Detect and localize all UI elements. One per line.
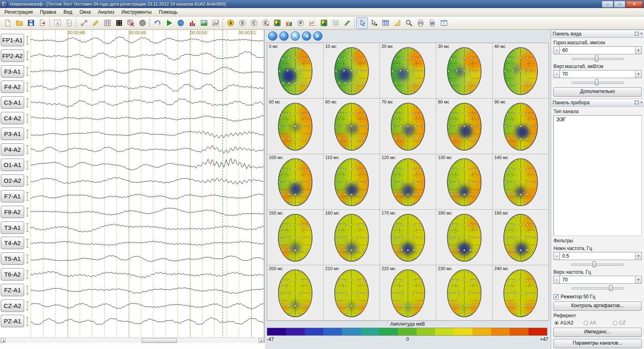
h-scale-value[interactable]: 60 [560,46,635,54]
map-cell-190мс[interactable]: 190 мс [493,210,549,265]
network-button[interactable] [175,17,186,29]
map-cell-210мс[interactable]: 210 мс [324,265,380,320]
close-button[interactable]: × [626,1,643,8]
channel-label-FZ-A1[interactable]: FZ-A1 [1,284,24,296]
marker-c-button[interactable]: C [248,17,260,29]
map-cell-240мс[interactable]: 240 мс [493,265,549,320]
topo-map-button[interactable] [318,17,330,29]
close-panel-icon[interactable]: × [640,100,643,105]
low-freq-value[interactable]: 0.5 [560,252,635,260]
open-file-button[interactable] [13,17,25,29]
font-button[interactable]: A [52,17,63,29]
channel-label-F4-A2[interactable]: F4-A2 [1,81,24,93]
channel-type-item[interactable]: ЭЭГ [555,116,640,123]
referent-option-CZ[interactable]: CZ [613,320,641,326]
scroll-left-icon[interactable] [0,338,6,343]
map-cell-200мс[interactable]: 200 мс [267,265,323,320]
menu-item-5[interactable]: Анализ [94,8,118,16]
h-scale-plus-button[interactable]: + [635,46,642,54]
play-button[interactable] [163,17,175,29]
scroll-right-icon[interactable] [258,338,264,343]
map-cell-0мс[interactable]: 0 мс [267,43,323,98]
channel-label-CZ-A2[interactable]: CZ-A2 [1,299,24,312]
channel-label-T4-A2[interactable]: T4-A2 [1,237,24,249]
export-button[interactable] [37,17,48,29]
radio-icon[interactable] [584,321,588,325]
channel-label-PZ-A1[interactable]: PZ-A1 [1,315,24,327]
montage-grid-button[interactable] [101,17,113,29]
map-cell-40мс[interactable]: 40 мс [493,43,549,98]
low-freq-slider[interactable] [572,261,624,267]
close-panel-icon[interactable]: × [640,31,643,36]
map-3d-button[interactable] [271,17,283,29]
artifact-control-button[interactable]: Контроль артефактов... [553,302,642,311]
window-layout-button[interactable] [438,17,450,29]
channel-params-button[interactable]: Параметры каналов... [553,339,642,348]
scrollbar-thumb[interactable] [142,338,177,343]
channel-label-P4-A2[interactable]: P4-A2 [1,143,24,156]
save-button[interactable] [25,17,37,29]
map-cell-70мс[interactable]: 70 мс [380,99,436,154]
high-freq-plus-button[interactable]: + [635,276,642,284]
waves-button[interactable] [330,17,341,29]
h-scale-minus-button[interactable]: - [553,46,560,54]
bar-chart-button[interactable] [283,17,295,29]
menu-item-1[interactable]: Регистрация [1,8,36,16]
menu-item-6[interactable]: Инструменты [118,8,155,16]
prev-button[interactable]: ◄ [302,31,311,41]
h-scale-slider[interactable] [572,56,624,62]
high-freq-slider[interactable] [572,285,624,291]
image-button[interactable] [198,17,210,29]
map-cell-90мс[interactable]: 90 мс [493,99,549,154]
eeg-horizontal-scrollbar[interactable] [0,337,264,343]
map-cell-230мс[interactable]: 230 мс [436,265,492,320]
v-scale-value[interactable]: 70 [560,70,635,78]
tools-button[interactable] [78,17,90,29]
menu-item-2[interactable]: Правка [36,8,60,16]
channel-label-F3-A1[interactable]: F3-A1 [1,65,24,78]
v-scale-plus-button[interactable]: + [635,70,642,78]
channel-label-T6-A2[interactable]: T6-A2 [1,268,24,281]
montage-delete-button[interactable] [125,17,136,29]
zoom-button[interactable] [403,17,415,29]
high-freq-value[interactable]: 70 [560,276,635,284]
map-cell-120мс[interactable]: 120 мс [380,154,436,209]
high-freq-minus-button[interactable]: - [553,276,560,284]
montage-scheme-button[interactable] [113,17,125,29]
map-cell-80мс[interactable]: 80 мс [436,99,492,154]
float-panel-icon[interactable] [635,32,639,35]
map-cell-140мс[interactable]: 140 мс [493,154,549,209]
notch-checkbox[interactable] [553,294,559,299]
map-cell-50мс[interactable]: 50 мс [267,99,323,154]
draw-button[interactable] [341,17,353,29]
channel-label-T3-A1[interactable]: T3-A1 [1,221,24,234]
menu-item-3[interactable]: Вид [60,8,76,16]
marker-a-button[interactable]: A [225,17,236,29]
map-cell-130мс[interactable]: 130 мс [436,154,492,209]
map-cell-10мс[interactable]: 10 мс [324,43,380,98]
channel-label-FP2-A2[interactable]: FP2-A2 [1,50,24,62]
blank-page-button[interactable] [63,17,75,29]
select-cursor-button[interactable] [356,17,368,29]
map-cell-170мс[interactable]: 170 мс [380,210,436,265]
histogram-button[interactable] [186,17,198,29]
channel-label-O1-A1[interactable]: O1-A1 [1,159,24,171]
channel-label-F7-A1[interactable]: F7-A1 [1,190,24,202]
referent-option-A1/A2[interactable]: A1/A2 [554,320,582,326]
measure-cursor-button[interactable] [368,17,380,29]
next-button[interactable]: ► [313,31,322,41]
record-button[interactable] [136,17,148,29]
map-cell-100мс[interactable]: 100 мс [267,154,323,209]
v-scale-slider[interactable] [572,79,624,85]
v-scale-minus-button[interactable]: - [553,70,560,78]
zoom-out-button[interactable]: − [268,31,277,41]
marker-s-button[interactable]: S [236,17,248,29]
ruler-button[interactable] [391,17,403,29]
channel-label-C4-A2[interactable]: C4-A2 [1,112,24,124]
map-cell-180мс[interactable]: 180 мс [436,210,492,265]
collapse-button[interactable]: ∧ [291,31,300,41]
channel-label-F8-A2[interactable]: F8-A2 [1,206,24,218]
map-cell-30мс[interactable]: 30 мс [436,43,492,98]
maximize-button[interactable]: □ [614,1,625,8]
referent-option-AA[interactable]: AA [584,320,611,326]
